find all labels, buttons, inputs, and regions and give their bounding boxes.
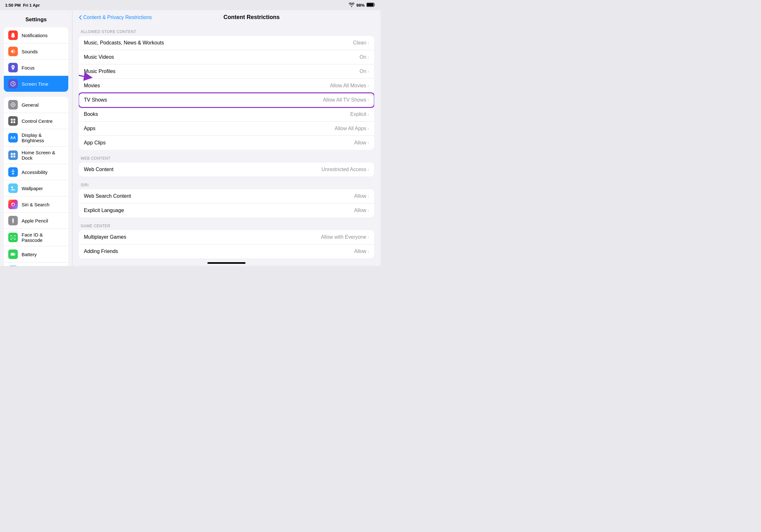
musicprofiles-value: On › [360,69,369,74]
screentime-label: Screen Time [22,81,48,87]
row-appclips[interactable]: App Clips Allow › [79,136,374,150]
multiplayer-value: Allow with Everyone › [321,234,369,240]
sidebar-section-1: Notifications Sounds Focus [4,27,68,92]
status-bar: 1:50 PM Fri 1 Apr 98% [0,0,380,10]
notifications-icon [8,30,18,40]
general-icon [8,100,18,110]
books-label: Books [84,111,98,117]
row-apps[interactable]: Apps Allow All Apps › [79,122,374,136]
sidebar-item-privacy[interactable]: Privacy [4,262,68,266]
sidebar-item-battery[interactable]: Battery [4,246,68,262]
row-explicitlang[interactable]: Explicit Language Allow › [79,203,374,217]
battery-label: Battery [22,252,37,257]
movies-label: Movies [84,83,100,88]
chevron-icon: › [368,83,369,88]
app-container: Settings Notifications [0,10,380,266]
musicprofiles-label: Music Profiles [84,69,116,74]
accessibility-icon [8,167,18,177]
scroll-indicator [79,260,374,265]
appclips-value: Allow › [354,140,369,146]
svg-point-23 [14,237,14,238]
row-addingfriends[interactable]: Adding Friends Allow › [79,244,374,258]
svg-rect-12 [13,121,15,123]
row-musicprofiles[interactable]: Music Profiles On › [79,65,374,79]
section-header-web: WEB CONTENT [79,151,374,163]
sidebar-item-screentime[interactable]: Screen Time [4,76,68,92]
content-body: ALLOWED STORE CONTENT Music, Podcasts, N… [72,25,380,266]
content-header: Content & Privacy Restrictions Content R… [72,10,380,25]
applepencil-icon [8,216,18,225]
section-header-gamecenter: GAME CENTER [79,219,374,230]
back-button[interactable]: Content & Privacy Restrictions [79,15,152,20]
appclips-label: App Clips [84,140,105,146]
svg-rect-13 [11,153,13,155]
svg-rect-20 [12,218,14,223]
focus-label: Focus [22,65,34,71]
webcontent-value: Unrestricted Access › [322,167,369,172]
homescreen-label: Home Screen & Dock [22,150,64,161]
homescreen-icon [8,150,18,160]
apps-label: Apps [84,126,95,132]
row-music[interactable]: Music, Podcasts, News & Workouts Clean › [79,36,374,50]
section-header-siri: SIRI [79,178,374,189]
battery-icon-sidebar [8,249,18,259]
svg-rect-11 [11,121,13,123]
web-content-section: Web Content Unrestricted Access › [79,163,374,177]
sidebar-item-controlcentre[interactable]: Control Centre [4,113,68,129]
tvshows-label: TV Shows [84,97,107,103]
content-area: Content & Privacy Restrictions Content R… [72,10,380,266]
controlcentre-label: Control Centre [22,118,53,124]
sidebar-item-notifications[interactable]: Notifications [4,27,68,43]
back-label: Content & Privacy Restrictions [83,15,152,20]
gamecenter-section: Multiplayer Games Allow with Everyone › … [79,230,374,258]
sidebar-item-applepencil[interactable]: Apple Pencil [4,213,68,229]
music-label: Music, Podcasts, News & Workouts [84,40,164,46]
sidebar-item-general[interactable]: General [4,97,68,113]
row-multiplayer[interactable]: Multiplayer Games Allow with Everyone › [79,230,374,244]
row-musicvideos[interactable]: Music Videos On › [79,50,374,65]
addingfriends-label: Adding Friends [84,248,118,254]
sidebar-item-faceid[interactable]: Face ID & Passcode [4,229,68,246]
content-title: Content Restrictions [224,14,305,21]
sidebar-item-focus[interactable]: Focus [4,60,68,76]
focus-icon [8,63,18,72]
svg-point-4 [12,104,14,105]
chevron-icon: › [368,126,369,131]
displaybrightness-icon: AA [8,133,18,142]
sounds-label: Sounds [22,49,38,54]
accessibility-label: Accessibility [22,170,48,175]
screentime-icon [8,79,18,88]
svg-rect-1 [367,3,374,6]
multiplayer-label: Multiplayer Games [84,234,126,240]
sidebar-title: Settings [0,14,72,27]
sidebar-item-wallpaper[interactable]: Wallpaper [4,180,68,196]
sidebar: Settings Notifications [0,10,72,266]
movies-value: Allow All Movies › [330,83,369,88]
chevron-icon: › [368,208,369,213]
chevron-icon: › [368,235,369,239]
row-movies[interactable]: Movies Allow All Movies › [79,79,374,93]
sidebar-item-accessibility[interactable]: Accessibility [4,164,68,180]
sidebar-item-sounds[interactable]: Sounds [4,43,68,60]
row-webcontent[interactable]: Web Content Unrestricted Access › [79,163,374,177]
explicitlang-label: Explicit Language [84,208,124,213]
chevron-icon: › [368,112,369,117]
siri-label: Siri & Search [22,202,49,207]
status-time: 1:50 PM Fri 1 Apr [5,3,40,8]
row-books[interactable]: Books Explicit › [79,107,374,122]
row-websearch[interactable]: Web Search Content Allow › [79,189,374,203]
scroll-bar [207,262,246,264]
chevron-icon: › [368,167,369,172]
sidebar-item-homescreen[interactable]: Home Screen & Dock [4,147,68,164]
chevron-icon: › [368,55,369,60]
sidebar-item-siri[interactable]: Siri & Search [4,196,68,213]
row-tvshows[interactable]: TV Shows Allow All TV Shows › [79,93,374,107]
svg-point-17 [12,170,14,171]
controlcentre-icon [8,116,18,126]
sidebar-item-displaybrightness[interactable]: AA Display & Brightness [4,129,68,147]
siri-icon [8,200,18,209]
chevron-icon: › [368,97,369,103]
musicvideos-label: Music Videos [84,54,114,60]
svg-point-18 [11,186,13,188]
battery-percentage: 98% [356,3,365,8]
